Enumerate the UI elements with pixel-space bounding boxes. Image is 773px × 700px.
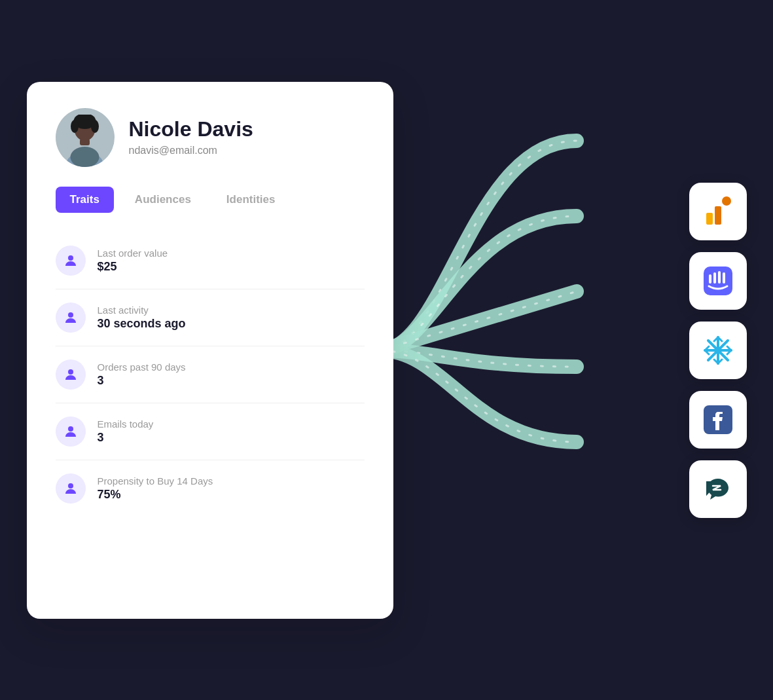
integration-snowflake bbox=[689, 322, 747, 379]
integration-facebook bbox=[689, 391, 747, 449]
tab-identities[interactable]: Identities bbox=[212, 187, 290, 213]
integration-google-analytics bbox=[689, 183, 747, 240]
trait-value-propensity: 75% bbox=[98, 488, 213, 502]
svg-rect-19 bbox=[718, 271, 721, 284]
trait-value-last-activity: 30 seconds ago bbox=[98, 317, 186, 331]
svg-point-10 bbox=[68, 426, 73, 432]
svg-rect-13 bbox=[706, 213, 713, 225]
trait-content-last-activity: Last activity 30 seconds ago bbox=[98, 304, 186, 331]
tabs-container: Traits Audiences Identities bbox=[56, 187, 365, 213]
trait-row-propensity: Propensity to Buy 14 Days 75% bbox=[56, 460, 365, 517]
svg-point-7 bbox=[68, 255, 73, 261]
trait-row-emails: Emails today 3 bbox=[56, 403, 365, 460]
integration-zendesk bbox=[689, 460, 747, 518]
trait-icon-last-activity bbox=[56, 303, 86, 333]
svg-rect-4 bbox=[80, 139, 90, 145]
svg-rect-17 bbox=[709, 274, 711, 284]
user-email: ndavis@email.com bbox=[129, 145, 253, 157]
trait-content-propensity: Propensity to Buy 14 Days 75% bbox=[98, 475, 213, 502]
card-header: Nicole Davis ndavis@email.com bbox=[56, 108, 365, 167]
svg-point-15 bbox=[722, 196, 731, 206]
tab-traits[interactable]: Traits bbox=[56, 187, 114, 213]
scene: Nicole Davis ndavis@email.com Traits Aud… bbox=[27, 39, 747, 661]
svg-rect-14 bbox=[715, 206, 721, 225]
trait-value-last-order: $25 bbox=[98, 260, 168, 274]
trait-icon-orders bbox=[56, 359, 86, 390]
trait-icon-last-order bbox=[56, 246, 86, 276]
integration-intercom bbox=[689, 252, 747, 310]
svg-rect-20 bbox=[723, 272, 725, 284]
svg-point-2 bbox=[71, 120, 79, 133]
trait-row-orders: Orders past 90 days 3 bbox=[56, 346, 365, 403]
trait-row-last-activity: Last activity 30 seconds ago bbox=[56, 289, 365, 346]
trait-value-orders: 3 bbox=[98, 374, 186, 388]
profile-card: Nicole Davis ndavis@email.com Traits Aud… bbox=[27, 82, 393, 619]
trait-label-last-order: Last order value bbox=[98, 248, 168, 259]
trait-icon-propensity bbox=[56, 473, 86, 504]
trait-icon-emails bbox=[56, 416, 86, 447]
svg-point-9 bbox=[68, 369, 73, 375]
svg-rect-18 bbox=[713, 272, 716, 284]
trait-label-propensity: Propensity to Buy 14 Days bbox=[98, 475, 213, 487]
svg-point-6 bbox=[71, 147, 99, 167]
avatar bbox=[56, 108, 115, 167]
trait-label-emails: Emails today bbox=[98, 418, 154, 430]
trait-content-last-order: Last order value $25 bbox=[98, 248, 168, 274]
trait-label-last-activity: Last activity bbox=[98, 304, 186, 316]
trait-row-last-order: Last order value $25 bbox=[56, 232, 365, 289]
trait-value-emails: 3 bbox=[98, 431, 154, 445]
svg-point-11 bbox=[68, 483, 73, 488]
integrations-column bbox=[689, 183, 747, 518]
user-name: Nicole Davis bbox=[129, 118, 253, 141]
tab-audiences[interactable]: Audiences bbox=[120, 187, 206, 213]
trait-label-orders: Orders past 90 days bbox=[98, 361, 186, 373]
svg-point-8 bbox=[68, 312, 73, 318]
trait-list: Last order value $25 Last activity 30 se… bbox=[56, 232, 365, 517]
trait-content-orders: Orders past 90 days 3 bbox=[98, 361, 186, 388]
user-info: Nicole Davis ndavis@email.com bbox=[129, 118, 253, 157]
svg-point-3 bbox=[91, 120, 99, 133]
trait-content-emails: Emails today 3 bbox=[98, 418, 154, 445]
